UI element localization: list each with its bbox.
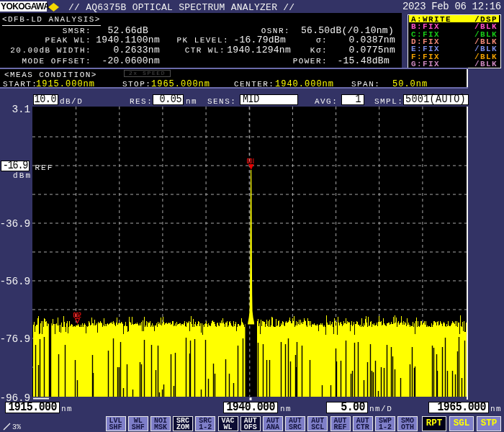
- svg-text:REF: REF: [35, 163, 54, 172]
- svg-text:3%: 3%: [12, 423, 21, 431]
